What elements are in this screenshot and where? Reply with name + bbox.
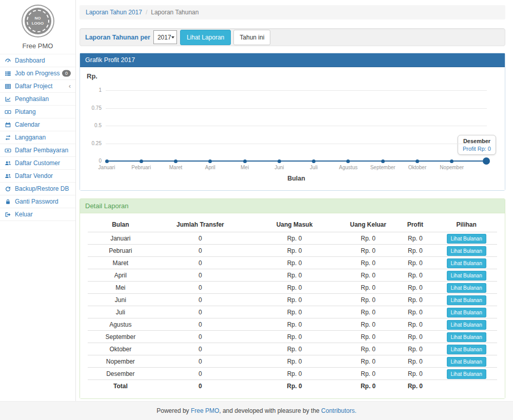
- chart-point-maret[interactable]: [174, 159, 177, 163]
- chart-point-juli[interactable]: [312, 159, 315, 163]
- tooltip-value: Profit Rp: 0: [463, 146, 491, 152]
- calendar-icon: [5, 122, 13, 128]
- detail-report-panel: Detail Laporan BulanJumlah TransferUang …: [80, 198, 505, 399]
- lihat-bulanan-button[interactable]: Lihat Bulanan: [447, 283, 486, 293]
- sidebar-item-daftar-pembayaran[interactable]: Daftar Pembayaran: [0, 144, 75, 156]
- lihat-bulanan-button[interactable]: Lihat Bulanan: [447, 308, 486, 317]
- table-cell: 0: [153, 232, 248, 245]
- sidebar-item-langganan[interactable]: Langganan: [0, 131, 75, 144]
- lihat-laporan-button[interactable]: Lihat Laporan: [180, 30, 231, 45]
- chart-series-line: [107, 161, 486, 162]
- sidebar-item-dashboard[interactable]: Dashboard: [0, 54, 75, 67]
- chart-panel-title: Grafik Profit 2017: [80, 53, 505, 67]
- chart-point-pebruari[interactable]: [140, 159, 143, 163]
- chart-y-tick: 1: [80, 87, 102, 93]
- table-cell: Rp. 0: [394, 331, 436, 343]
- chart-point-nopember[interactable]: [450, 159, 453, 163]
- action-cell: Lihat Bulanan: [436, 343, 497, 355]
- chart-point-oktober[interactable]: [416, 159, 419, 163]
- total-cell: Rp. 0: [247, 380, 342, 392]
- chart-point-agustus[interactable]: [346, 159, 350, 163]
- table-cell: Rp. 0: [342, 368, 395, 380]
- chart-point-mei[interactable]: [243, 159, 247, 163]
- chart-y-tick: 0.75: [80, 105, 102, 111]
- lihat-bulanan-button[interactable]: Lihat Bulanan: [447, 345, 486, 354]
- chevron-left-icon: ‹: [69, 83, 71, 90]
- chart-y-tick: 0.5: [80, 123, 102, 128]
- no-logo-placeholder: NO LOGO: [25, 8, 51, 34]
- lihat-bulanan-button[interactable]: Lihat Bulanan: [447, 332, 486, 342]
- footer-link-contributors[interactable]: Contributors.: [321, 407, 357, 414]
- table-cell: Rp. 0: [342, 257, 395, 269]
- total-cell: Rp. 0: [394, 380, 436, 392]
- profit-chart-panel: Grafik Profit 2017 Rp. Bulan Desember Pr…: [80, 53, 505, 191]
- sidebar-item-backup-restore-db[interactable]: Backup/Restore DB: [0, 182, 75, 195]
- list-icon: [5, 70, 13, 77]
- lihat-bulanan-button[interactable]: Lihat Bulanan: [447, 246, 486, 256]
- year-select[interactable]: 2017: [153, 30, 177, 44]
- footer-link-freepmo[interactable]: Free PMO: [191, 407, 219, 414]
- chart-y-tick: 0: [80, 158, 102, 164]
- lihat-bulanan-button[interactable]: Lihat Bulanan: [447, 234, 486, 244]
- chart-point-desember[interactable]: [483, 157, 490, 165]
- lihat-bulanan-button[interactable]: Lihat Bulanan: [447, 369, 486, 379]
- table-cell: Rp. 0: [394, 343, 436, 355]
- table-cell: Rp. 0: [394, 355, 436, 368]
- table-row: Maret0Rp. 0Rp. 0Rp. 0Lihat Bulanan: [88, 257, 497, 269]
- table-cell: 0: [153, 343, 248, 355]
- tahun-ini-button[interactable]: Tahun ini: [233, 30, 270, 45]
- sidebar-item-label: Dashboard: [15, 57, 45, 64]
- breadcrumb-link[interactable]: Laporan Tahun 2017: [86, 9, 142, 16]
- table-cell: April: [88, 269, 153, 282]
- chart-point-april[interactable]: [208, 159, 212, 163]
- table-cell: Rp. 0: [342, 282, 395, 294]
- lihat-bulanan-button[interactable]: Lihat Bulanan: [447, 271, 486, 281]
- table-cell: Rp. 0: [247, 306, 342, 318]
- action-cell: Lihat Bulanan: [436, 257, 497, 269]
- sidebar-item-daftar-vendor[interactable]: Daftar Vendor: [0, 169, 75, 182]
- sidebar-item-ganti-password[interactable]: Ganti Password: [0, 195, 75, 208]
- table-cell: Rp. 0: [247, 368, 342, 380]
- chart-x-tick: April: [192, 165, 228, 170]
- sidebar-item-label: Job on Progress: [15, 70, 60, 77]
- chart-line-icon: [5, 96, 13, 103]
- chart-x-tick: Juli: [296, 165, 332, 170]
- table-cell: 0: [153, 306, 248, 318]
- footer-text-middle: , and developed with pleasure by the: [219, 407, 321, 414]
- lihat-bulanan-button[interactable]: Lihat Bulanan: [447, 258, 486, 268]
- sidebar-item-penghasilan[interactable]: Penghasilan: [0, 92, 75, 105]
- sidebar-item-daftar-customer[interactable]: Daftar Customer: [0, 156, 75, 169]
- caret-down-icon: [171, 36, 174, 38]
- table-cell: Rp. 0: [342, 232, 395, 245]
- table-cell: Rp. 0: [342, 306, 395, 318]
- table-cell: 0: [153, 355, 248, 368]
- action-cell: Lihat Bulanan: [436, 318, 497, 331]
- table-cell: Rp. 0: [394, 368, 436, 380]
- chart-point-september[interactable]: [381, 159, 385, 163]
- chart-point-juni[interactable]: [278, 159, 281, 163]
- lihat-bulanan-button[interactable]: Lihat Bulanan: [447, 295, 486, 305]
- table-cell: Rp. 0: [247, 232, 342, 245]
- breadcrumb-separator: /: [146, 9, 147, 16]
- sidebar-item-daftar-project[interactable]: Daftar Project‹: [0, 79, 75, 92]
- breadcrumb-current: Laporan Tahunan: [151, 9, 199, 16]
- total-cell: Total: [88, 380, 153, 392]
- table-cell: Rp. 0: [342, 294, 395, 306]
- chart-x-tick: Pebruari: [123, 165, 159, 170]
- users-icon: [5, 173, 13, 179]
- lihat-bulanan-button[interactable]: Lihat Bulanan: [447, 320, 486, 330]
- table-cell: Desember: [88, 368, 153, 380]
- table-row: Mei0Rp. 0Rp. 0Rp. 0Lihat Bulanan: [88, 282, 497, 294]
- profit-line-chart: Rp. Bulan Desember Profit Rp: 0 10.750.5…: [80, 67, 505, 190]
- lihat-bulanan-button[interactable]: Lihat Bulanan: [447, 357, 486, 367]
- table-cell: Rp. 0: [247, 282, 342, 294]
- sidebar-item-job-on-progress[interactable]: Job on Progress0: [0, 67, 75, 79]
- sidebar-item-label: Langganan: [15, 134, 46, 141]
- report-table-head: BulanJumlah TransferUang MasukUang Kelua…: [88, 217, 497, 232]
- sidebar-item-piutang[interactable]: Piutang: [0, 105, 75, 118]
- sidebar-item-keluar[interactable]: Keluar: [0, 208, 75, 221]
- sidebar-item-label: Piutang: [15, 108, 36, 115]
- chart-point-januari[interactable]: [105, 159, 109, 163]
- app-window: NO LOGO Free PMO DashboardJob on Progres…: [0, 0, 513, 420]
- sidebar-item-calendar[interactable]: Calendar: [0, 118, 75, 131]
